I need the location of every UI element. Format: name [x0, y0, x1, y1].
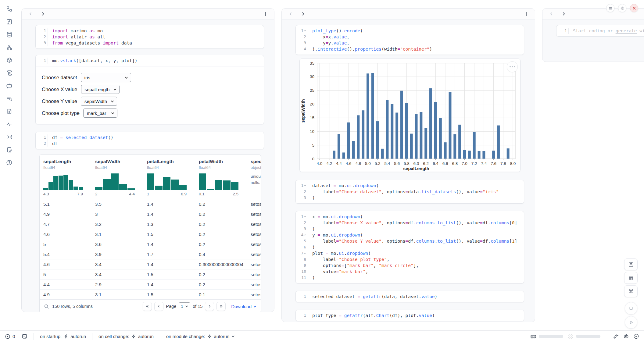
help-icon[interactable]: [5, 159, 13, 166]
code-cell-xy-plot-dropdowns[interactable]: 1x = mo.ui.dropdown(2 label="Choose X va…: [295, 211, 524, 283]
save-button[interactable]: [624, 258, 638, 270]
code-line: 1plot_type = getattr(alt.Chart(df), plot…: [296, 312, 524, 319]
database-icon[interactable]: [5, 30, 13, 38]
chevron-right-icon[interactable]: [560, 10, 567, 18]
on-module-change-setting[interactable]: on module change: autorun: [166, 334, 235, 339]
dropdown-select-3[interactable]: mark_bar: [83, 109, 117, 118]
chevron-right-icon[interactable]: [39, 10, 47, 18]
code-line: 5 label="Choose Y value", options=df.col…: [296, 238, 524, 244]
line-number: 1: [36, 134, 48, 141]
svg-text:4.6: 4.6: [346, 161, 352, 166]
document-icon[interactable]: [5, 107, 13, 115]
file-tree-icon[interactable]: [5, 5, 13, 13]
code-cell-df[interactable]: 1df = selected_dataset()2df: [35, 132, 264, 149]
notebook-column-new: 1Start coding or generate with AI: [542, 8, 644, 62]
code-cell-dataset-dropdown[interactable]: 1dataset = mo.ui.dropdown(2 label="Choos…: [295, 180, 524, 204]
line-number: 2: [296, 34, 308, 40]
settings-gear-button[interactable]: [618, 4, 626, 12]
table-header-row: sepalLengthfloat644.37.9sepalWidthfloat6…: [40, 155, 261, 199]
code-cell-plot[interactable]: 1plot_type().encode(2 x=x.value,3 y=y.va…: [295, 25, 524, 55]
stop-button[interactable]: [625, 302, 637, 315]
empty-code-cell[interactable]: 1Start coding or generate with AI: [556, 25, 644, 37]
close-button[interactable]: [630, 4, 638, 12]
list-search-icon[interactable]: [5, 94, 13, 102]
histogram-bar: [231, 182, 238, 190]
dropdown-select-1[interactable]: sepalLength: [81, 85, 120, 94]
org-chart-icon[interactable]: [5, 43, 13, 51]
table-row[interactable]: 53.41.50.2setosa: [40, 269, 261, 279]
copilot-button[interactable]: [623, 333, 629, 339]
run-button[interactable]: [625, 316, 637, 329]
table-row[interactable]: 4.93.11.50.1setosa: [40, 289, 261, 299]
notebook-edit-icon[interactable]: [5, 146, 13, 154]
next-page-button[interactable]: [205, 302, 214, 311]
function-icon[interactable]: [5, 18, 13, 26]
code-editor[interactable]: 1mo.vstack([dataset, x, y, plot]): [36, 55, 264, 66]
code-cell-imports[interactable]: 1import marimo as mo2import altair as al…: [35, 25, 264, 49]
on-cell-change-setting[interactable]: on cell change: autorun: [98, 334, 154, 339]
table-cell: 5.1: [43, 201, 95, 207]
column-dtype: float64: [95, 165, 147, 170]
connection-status-button[interactable]: [633, 333, 639, 339]
activity-icon[interactable]: [5, 120, 13, 128]
add-cell-button[interactable]: [262, 10, 269, 18]
table-row[interactable]: 4.63.41.40.3000000000000004setosa: [40, 259, 261, 269]
line-number: 5: [296, 238, 308, 244]
table-cell: 3: [95, 212, 147, 217]
on-startup-setting[interactable]: on startup: autorun: [40, 334, 86, 339]
histogram-bar: [111, 173, 119, 190]
sparkles-icon: [613, 333, 619, 339]
first-page-button[interactable]: [143, 302, 152, 311]
add-cell-button[interactable]: [523, 10, 530, 18]
chevron-left-icon[interactable]: [287, 10, 295, 18]
error-count: 0: [13, 334, 15, 339]
chat-bot-icon[interactable]: [5, 82, 13, 90]
chevron-left-icon[interactable]: [547, 10, 555, 18]
keyboard-shortcuts-button[interactable]: [624, 285, 638, 297]
fold-chevron-icon[interactable]: [304, 252, 306, 255]
table-column-header: sepalLengthfloat644.37.9: [43, 159, 95, 196]
code-cell-selected-dataset[interactable]: 1selected_dataset = getattr(data, datase…: [295, 291, 524, 302]
page-number-select[interactable]: 1: [179, 302, 190, 310]
fold-chevron-icon[interactable]: [304, 30, 306, 32]
dropdown-select-2[interactable]: sepalWidth: [81, 97, 117, 106]
chevron-left-icon[interactable]: [27, 10, 34, 18]
table-row[interactable]: 53.61.40.2setosa: [40, 239, 261, 249]
table-row[interactable]: 5.43.91.70.4setosa: [40, 249, 261, 259]
last-page-button[interactable]: [216, 302, 226, 311]
table-row[interactable]: 5.13.51.40.2setosa: [40, 199, 261, 209]
line-number: 11: [296, 275, 308, 281]
fold-chevron-icon[interactable]: [304, 184, 306, 187]
table-row[interactable]: 4.73.21.30.2setosa: [40, 219, 261, 229]
chevron-right-icon[interactable]: [299, 10, 307, 18]
package-icon[interactable]: [5, 56, 13, 64]
fold-chevron-icon[interactable]: [304, 216, 306, 218]
table-row[interactable]: 4.42.91.40.2setosa: [40, 279, 261, 289]
download-button[interactable]: Download: [231, 304, 256, 309]
layout-button[interactable]: [624, 272, 638, 284]
cpu-icon: [567, 333, 574, 340]
menu-button[interactable]: [606, 4, 614, 12]
code-cell-plot-type[interactable]: 1plot_type = getattr(alt.Chart(df), plot…: [295, 310, 524, 321]
bolt-icon: [207, 334, 212, 339]
svg-text:35: 35: [310, 61, 314, 66]
table-cell: 1.4: [147, 201, 199, 207]
column-name: sepalWidth: [95, 159, 147, 164]
code-line: 2import altair as alt: [36, 34, 264, 40]
script-scroll-icon[interactable]: [5, 69, 13, 77]
search-icon[interactable]: [44, 304, 49, 309]
dropdown-select-0[interactable]: iris: [81, 73, 131, 82]
fold-chevron-icon[interactable]: [304, 234, 306, 236]
table-row[interactable]: 4.63.11.50.2setosa: [40, 229, 261, 239]
code-block-icon[interactable]: [5, 133, 13, 141]
histogram-bar: [147, 173, 154, 190]
bar-chart[interactable]: 051015202530354.04.24.44.64.85.05.25.45.…: [300, 59, 520, 172]
prev-page-button[interactable]: [154, 302, 163, 311]
table-cell: 0.2: [199, 212, 251, 217]
terminal-button[interactable]: [22, 333, 27, 339]
ai-sparkles-button[interactable]: [613, 333, 619, 339]
chart-menu-button[interactable]: [507, 61, 518, 72]
table-row[interactable]: 4.931.40.2setosa: [40, 209, 261, 219]
error-indicator[interactable]: 0: [5, 334, 15, 339]
svg-text:7.0: 7.0: [462, 161, 467, 166]
